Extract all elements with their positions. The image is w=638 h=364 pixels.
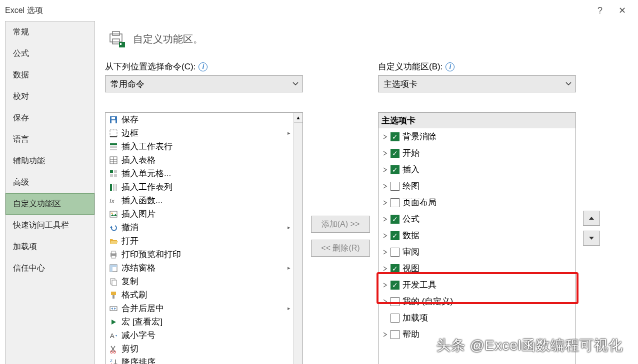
command-item[interactable]: 剪切	[106, 342, 294, 356]
command-item[interactable]: 打印预览和打印	[106, 248, 294, 261]
chevron-right-icon[interactable]	[382, 166, 388, 173]
sidebar-item[interactable]: 校对	[6, 86, 94, 107]
checkbox[interactable]	[390, 330, 400, 339]
sidebar-item[interactable]: 常规	[6, 21, 94, 43]
command-item[interactable]: 合并后居中▸	[106, 302, 294, 315]
sidebar-item[interactable]: 高级	[6, 172, 94, 193]
svg-rect-12	[110, 149, 117, 150]
checkbox[interactable]	[390, 297, 400, 306]
command-item[interactable]: 复制	[106, 275, 294, 288]
command-item[interactable]: 宏 [查看宏]	[106, 315, 294, 329]
command-item[interactable]: 格式刷	[106, 288, 294, 302]
sidebar-item[interactable]: 自定义功能区	[6, 193, 94, 215]
command-item[interactable]: 保存	[106, 113, 294, 126]
command-item[interactable]: 插入工作表行	[106, 140, 294, 153]
svg-rect-8	[110, 130, 117, 137]
checkbox[interactable]: ✓	[390, 165, 400, 174]
ribbon-tree[interactable]: 主选项卡 ✓背景消除✓开始✓插入绘图页面布局✓公式✓数据审阅✓视图✓开发工具我的…	[378, 112, 576, 364]
checkbox[interactable]: ✓	[390, 149, 400, 158]
chevron-right-icon[interactable]	[382, 298, 388, 305]
tree-item[interactable]: ✓开发工具	[378, 277, 576, 293]
tree-item[interactable]: ✓视图	[378, 260, 576, 277]
move-down-button[interactable]	[583, 231, 600, 246]
svg-rect-23	[116, 184, 117, 191]
tree-item-label: 我的 (自定义)	[402, 296, 453, 307]
tree-header: 主选项卡	[378, 113, 576, 128]
add-button[interactable]: 添加(A) >>	[311, 216, 370, 233]
chevron-right-icon[interactable]	[382, 232, 388, 239]
checkbox[interactable]: ✓	[390, 215, 400, 224]
info-icon[interactable]: i	[446, 62, 454, 71]
checkbox[interactable]: ✓	[390, 264, 400, 273]
info-icon[interactable]: i	[198, 62, 208, 71]
sidebar-item[interactable]: 加载项	[6, 236, 94, 258]
tree-item-label: 公式	[402, 213, 420, 225]
right-combo[interactable]: 主选项卡	[378, 75, 576, 92]
chevron-right-icon[interactable]	[382, 183, 388, 190]
tree-item[interactable]: 加载项	[378, 310, 576, 326]
tree-item[interactable]: ✓背景消除	[378, 128, 576, 145]
chevron-right-icon[interactable]	[382, 282, 388, 289]
remove-button[interactable]: << 删除(R)	[311, 240, 370, 257]
sidebar-item[interactable]: 信任中心	[6, 258, 94, 279]
command-item[interactable]: ZA降序排序	[106, 356, 294, 364]
insertpic-icon	[108, 209, 118, 219]
checkbox[interactable]	[390, 182, 400, 191]
tree-item-label: 页面布局	[402, 197, 436, 208]
chevron-right-icon[interactable]	[382, 150, 388, 157]
chevron-right-icon[interactable]	[382, 265, 388, 272]
tree-item[interactable]: 绘图	[378, 178, 576, 194]
tree-item-label: 数据	[402, 230, 420, 241]
command-item[interactable]: 插入图片	[106, 207, 294, 221]
move-up-button[interactable]	[583, 211, 600, 226]
command-item[interactable]: 冻结窗格▸	[106, 261, 294, 275]
left-combo[interactable]: 常用命令	[105, 75, 303, 92]
checkbox[interactable]	[390, 248, 400, 257]
tree-item[interactable]: ✓公式	[378, 211, 576, 227]
tree-item[interactable]: 审阅	[378, 244, 576, 260]
chevron-right-icon[interactable]	[382, 331, 388, 338]
command-label: 保存	[122, 114, 138, 125]
tree-item[interactable]: ✓插入	[378, 161, 576, 178]
command-item[interactable]: fx插入函数...	[106, 194, 294, 207]
command-item[interactable]: A减小字号	[106, 329, 294, 342]
command-item[interactable]: 插入单元格...	[106, 167, 294, 180]
sidebar-item[interactable]: 数据	[6, 64, 94, 86]
command-listbox[interactable]: 保存边框▸插入工作表行插入表格插入单元格...插入工作表列fx插入函数...插入…	[105, 112, 303, 364]
command-item[interactable]: 插入表格	[106, 153, 294, 167]
svg-rect-25	[110, 211, 117, 217]
freeze-icon	[108, 263, 118, 273]
command-label: 打印预览和打印	[122, 249, 181, 260]
scrollbar[interactable]: ▲	[294, 113, 302, 364]
command-item[interactable]: 撤消▸	[106, 221, 294, 234]
tree-item[interactable]: ✓开始	[378, 145, 576, 161]
checkbox[interactable]: ✓	[390, 281, 400, 290]
tree-item[interactable]: ✓数据	[378, 227, 576, 244]
svg-rect-34	[112, 280, 116, 286]
scroll-up-icon[interactable]: ▲	[294, 113, 302, 123]
chevron-right-icon[interactable]	[382, 249, 388, 256]
command-item[interactable]: 打开	[106, 234, 294, 248]
checkbox[interactable]: ✓	[390, 132, 400, 141]
command-item[interactable]: 插入工作表列	[106, 180, 294, 194]
checkbox[interactable]	[390, 314, 400, 323]
sidebar-item[interactable]: 公式	[6, 43, 94, 64]
close-button[interactable]: ✕	[611, 3, 633, 18]
fx-icon: fx	[108, 196, 118, 206]
command-label: 插入表格	[122, 154, 156, 166]
svg-rect-28	[112, 251, 116, 254]
checkbox[interactable]	[390, 198, 400, 207]
right-label: 自定义功能区(B):	[378, 61, 442, 72]
sidebar-item[interactable]: 语言	[6, 129, 94, 150]
chevron-right-icon[interactable]	[382, 216, 388, 223]
chevron-right-icon[interactable]	[382, 133, 388, 140]
sidebar-item[interactable]: 快速访问工具栏	[6, 215, 94, 236]
command-item[interactable]: 边框▸	[106, 126, 294, 140]
tree-item[interactable]: 我的 (自定义)	[378, 293, 576, 310]
tree-item[interactable]: 页面布局	[378, 194, 576, 211]
help-button[interactable]: ?	[589, 3, 611, 18]
sidebar-item[interactable]: 保存	[6, 107, 94, 129]
chevron-right-icon[interactable]	[382, 199, 388, 206]
checkbox[interactable]: ✓	[390, 231, 400, 240]
sidebar-item[interactable]: 辅助功能	[6, 150, 94, 172]
